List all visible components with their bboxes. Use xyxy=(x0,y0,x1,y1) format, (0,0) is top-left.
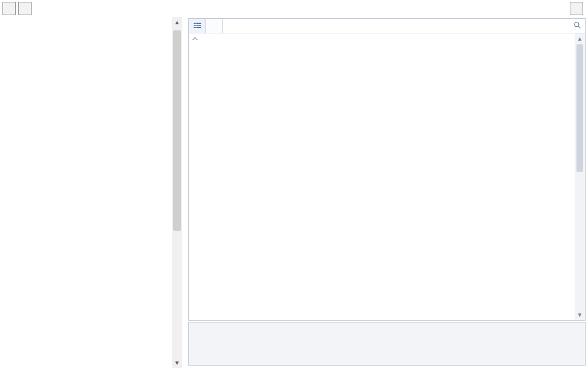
toolbar xyxy=(0,0,588,17)
svg-rect-2 xyxy=(193,25,196,26)
delete-button[interactable] xyxy=(2,2,16,15)
scroll-down-arrow-icon[interactable]: ▼ xyxy=(575,310,585,320)
scroll-up-arrow-icon[interactable]: ▲ xyxy=(172,17,182,27)
svg-rect-3 xyxy=(196,25,201,26)
property-grid-toolbar xyxy=(189,19,585,33)
tree-scrollbar[interactable]: ▲ ▼ xyxy=(172,17,182,368)
categorized-icon xyxy=(193,22,202,30)
alphabetical-view-button[interactable] xyxy=(206,19,223,33)
svg-rect-4 xyxy=(193,27,196,27)
chevron-up-icon xyxy=(192,36,198,42)
scroll-down-arrow-icon[interactable]: ▼ xyxy=(172,358,182,368)
search-icon[interactable] xyxy=(573,21,581,31)
property-grid-scrollbar[interactable]: ▲ ▼ xyxy=(575,33,585,320)
navigation-tree[interactable] xyxy=(0,17,172,368)
grid-gutter xyxy=(189,33,201,320)
scrollbar-thumb[interactable] xyxy=(576,44,583,172)
copy-button[interactable] xyxy=(18,2,32,15)
property-description-panel xyxy=(188,322,586,366)
import-button[interactable] xyxy=(570,2,583,15)
svg-rect-5 xyxy=(196,27,201,27)
property-grid: ▲ ▼ xyxy=(188,18,586,321)
property-search xyxy=(223,19,585,33)
scroll-up-arrow-icon[interactable]: ▲ xyxy=(575,33,585,44)
svg-rect-0 xyxy=(193,22,196,23)
svg-line-7 xyxy=(578,26,580,28)
navigation-tree-panel: ▲ ▼ xyxy=(0,17,182,368)
svg-rect-1 xyxy=(196,22,201,23)
property-panel: ▲ ▼ xyxy=(182,17,588,368)
scrollbar-thumb[interactable] xyxy=(173,30,181,231)
property-search-input[interactable] xyxy=(223,19,585,33)
svg-point-6 xyxy=(575,22,579,26)
categorized-view-button[interactable] xyxy=(189,19,206,33)
